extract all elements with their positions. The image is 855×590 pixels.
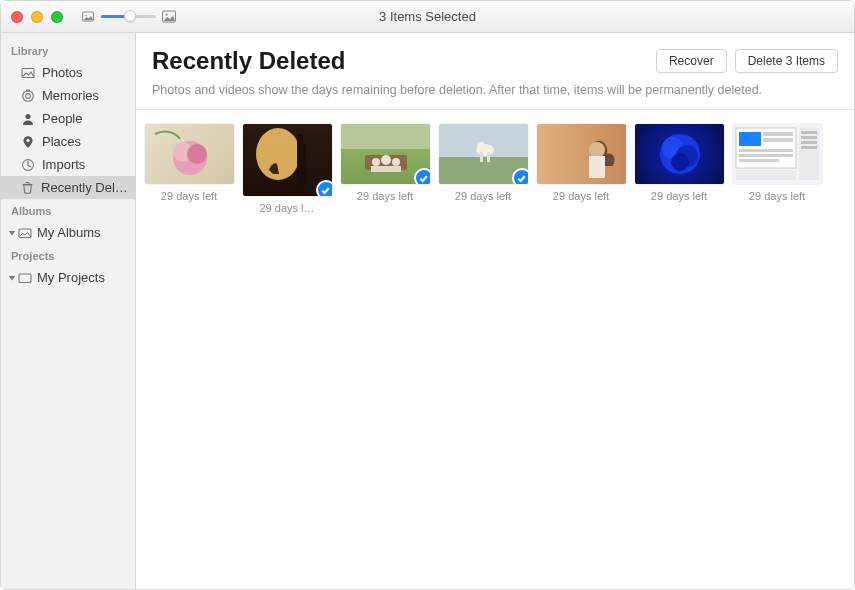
photo-thumbnail[interactable]: 29 days l… <box>242 124 332 214</box>
main-content: Recently Deleted Recover Delete 3 Items … <box>136 33 854 589</box>
app-window: 3 Items Selected Library Photos Memories… <box>0 0 855 590</box>
sidebar-item-label: Photos <box>42 65 82 80</box>
thumbnail-image <box>145 124 234 184</box>
svg-point-6 <box>26 93 31 98</box>
svg-rect-47 <box>736 170 796 180</box>
svg-rect-37 <box>763 132 793 136</box>
recover-button[interactable]: Recover <box>656 49 727 73</box>
svg-rect-7 <box>26 89 30 91</box>
thumbnail-image <box>733 124 822 184</box>
photo-thumbnail[interactable]: 29 days left <box>340 124 430 202</box>
svg-rect-27 <box>480 152 483 162</box>
thumbnail-image <box>439 124 528 184</box>
info-text: Photos and videos show the days remainin… <box>136 83 854 110</box>
days-left-label: 29 days left <box>357 190 413 202</box>
photo-thumbnail[interactable]: 29 days left <box>634 124 724 202</box>
minimize-window-button[interactable] <box>31 11 43 23</box>
svg-rect-30 <box>589 156 605 178</box>
days-left-label: 29 days left <box>749 190 805 202</box>
sidebar-item-people[interactable]: People <box>1 107 135 130</box>
selected-checkmark-icon <box>316 180 332 196</box>
svg-rect-11 <box>19 229 31 238</box>
svg-rect-12 <box>19 274 31 283</box>
svg-point-26 <box>477 142 485 150</box>
svg-rect-40 <box>739 154 793 157</box>
thumb-large-icon <box>162 10 176 24</box>
close-window-button[interactable] <box>11 11 23 23</box>
delete-items-button[interactable]: Delete 3 Items <box>735 49 838 73</box>
svg-rect-18 <box>303 144 306 184</box>
window-body: Library Photos Memories People Places Im… <box>1 33 854 589</box>
people-icon <box>21 112 35 126</box>
memories-icon <box>21 89 35 103</box>
trash-icon <box>21 181 34 195</box>
svg-rect-36 <box>739 132 761 146</box>
svg-point-21 <box>372 158 380 166</box>
page-title: Recently Deleted <box>152 47 656 75</box>
photo-thumbnail[interactable]: 29 days left <box>438 124 528 202</box>
svg-point-23 <box>392 158 400 166</box>
svg-rect-4 <box>22 68 34 77</box>
thumbnail-size-slider[interactable] <box>101 15 156 18</box>
places-icon <box>21 135 35 149</box>
disclosure-triangle-icon[interactable] <box>7 228 17 238</box>
sidebar-item-recently-deleted[interactable]: Recently Dele… <box>1 176 135 199</box>
sidebar-item-label: Recently Dele… <box>41 180 129 195</box>
days-left-label: 29 days left <box>455 190 511 202</box>
traffic-lights <box>11 11 63 23</box>
thumbnail-image <box>537 124 626 184</box>
selected-checkmark-icon <box>512 168 528 184</box>
thumbnail-image <box>635 124 724 184</box>
svg-rect-24 <box>371 166 401 172</box>
sidebar-item-my-albums[interactable]: My Albums <box>1 221 135 244</box>
content-header: Recently Deleted Recover Delete 3 Items <box>136 33 854 83</box>
sidebar-item-my-projects[interactable]: My Projects <box>1 266 135 289</box>
slider-knob[interactable] <box>124 10 136 22</box>
sidebar-item-photos[interactable]: Photos <box>1 61 135 84</box>
sidebar-item-label: Places <box>42 134 81 149</box>
days-left-label: 29 days left <box>161 190 217 202</box>
thumbnail-image <box>341 124 430 184</box>
thumbnail-size-control <box>81 10 176 24</box>
titlebar: 3 Items Selected <box>1 1 854 33</box>
photo-thumbnail[interactable]: 29 days left <box>536 124 626 202</box>
svg-point-22 <box>381 155 391 165</box>
sidebar-item-label: Memories <box>42 88 99 103</box>
svg-rect-17 <box>297 134 303 189</box>
svg-rect-42 <box>799 128 819 180</box>
thumbnail-grid: 29 days left 29 days l… 29 days left <box>136 110 854 214</box>
svg-point-29 <box>589 142 605 158</box>
svg-point-3 <box>166 13 168 15</box>
days-left-label: 29 days left <box>651 190 707 202</box>
photo-thumbnail[interactable]: 29 days left <box>144 124 234 202</box>
svg-point-9 <box>26 138 29 141</box>
photos-icon <box>21 66 35 80</box>
svg-rect-44 <box>801 136 817 139</box>
selected-checkmark-icon <box>414 168 430 184</box>
sidebar-item-label: Imports <box>42 157 85 172</box>
svg-point-15 <box>187 144 207 164</box>
sidebar-item-memories[interactable]: Memories <box>1 84 135 107</box>
sidebar-section-library: Library <box>1 39 135 61</box>
imports-icon <box>21 158 35 172</box>
sidebar: Library Photos Memories People Places Im… <box>1 33 136 589</box>
header-buttons: Recover Delete 3 Items <box>656 49 838 73</box>
thumbnail-image <box>243 124 332 196</box>
svg-rect-43 <box>801 131 817 134</box>
sidebar-section-albums: Albums <box>1 199 135 221</box>
svg-point-34 <box>671 153 689 171</box>
sidebar-item-imports[interactable]: Imports <box>1 153 135 176</box>
svg-point-1 <box>85 14 86 15</box>
svg-rect-19 <box>341 124 430 149</box>
sidebar-item-places[interactable]: Places <box>1 130 135 153</box>
svg-point-5 <box>23 90 34 101</box>
svg-rect-45 <box>801 141 817 144</box>
days-left-label: 29 days l… <box>259 202 314 214</box>
disclosure-triangle-icon[interactable] <box>7 273 17 283</box>
photo-thumbnail[interactable]: 29 days left <box>732 124 822 202</box>
svg-rect-38 <box>763 138 793 142</box>
sidebar-item-label: My Albums <box>37 225 101 240</box>
zoom-window-button[interactable] <box>51 11 63 23</box>
project-icon <box>18 271 32 285</box>
svg-rect-39 <box>739 149 793 152</box>
